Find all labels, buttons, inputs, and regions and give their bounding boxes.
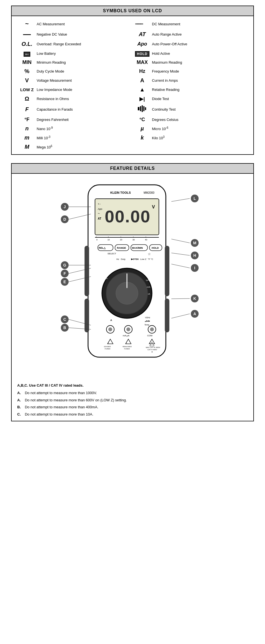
- svg-rect-79: [85, 246, 89, 296]
- label-ol: Overload: Range Exceeded: [37, 42, 132, 46]
- callout-I: I: [191, 264, 199, 272]
- symbol-row-degf: °F Degrees Fahrenheit: [17, 115, 132, 124]
- symbol-omega: Ω: [17, 96, 37, 102]
- symbol-neg: —: [17, 30, 37, 38]
- symbol-row-max: MAX Maximum Reading: [132, 58, 248, 67]
- symbol-row-empty: [132, 142, 248, 151]
- svg-text:10A MAX: 10A MAX: [104, 346, 111, 347]
- svg-text:FUSED: FUSED: [105, 348, 111, 350]
- symbol-row-v: V Voltage Measurement: [17, 76, 132, 85]
- svg-text:▶DTEK: ▶DTEK: [131, 258, 139, 260]
- label-v: Voltage Measurement: [37, 78, 132, 83]
- svg-text:Low Z: Low Z: [140, 258, 146, 260]
- symbol-row-apo: Apo Auto Power-Off Active: [132, 39, 248, 49]
- svg-text:Apo: Apo: [98, 208, 102, 210]
- svg-rect-16: [95, 237, 159, 238]
- symbols-grid: ~ AC Measurement ═══ DC Measurement — Ne…: [12, 16, 253, 154]
- note-a2: A. Do not attempt to measure more than 6…: [17, 397, 248, 403]
- symbol-percent: %: [17, 68, 37, 74]
- svg-rect-2: [142, 105, 143, 112]
- svg-text:VΩHz: VΩHz: [145, 317, 150, 319]
- callout-A: A: [191, 310, 199, 318]
- symbol-row-ol: O.L. Overload: Range Exceeded: [17, 39, 132, 49]
- symbol-mega: M: [17, 144, 37, 150]
- svg-text:RANGE: RANGE: [117, 247, 126, 249]
- symbol-micro: µ: [132, 125, 152, 132]
- svg-point-58: [108, 327, 112, 331]
- symbol-row-mega: M Mega 106: [17, 142, 132, 151]
- svg-text:•µA: •µA: [146, 279, 149, 281]
- label-milli: Milli 10-3: [37, 135, 132, 140]
- label-a: Current in Amps: [152, 78, 248, 83]
- symbol-row-continuity: Continuity Test: [132, 103, 248, 115]
- callout-J: J: [61, 203, 69, 211]
- svg-text:0: 0: [96, 239, 98, 241]
- svg-text:COM: COM: [147, 334, 152, 337]
- svg-text:MAX/MIN: MAX/MIN: [132, 247, 143, 249]
- svg-text:FUSED: FUSED: [124, 348, 130, 350]
- symbol-row-diode: ▶| Diode Test: [132, 94, 248, 103]
- callout-L: L: [191, 195, 199, 202]
- symbol-max: MAX: [132, 59, 152, 65]
- label-ac: AC Measurement: [37, 22, 132, 26]
- symbol-continuity: [132, 105, 152, 114]
- symbol-degc: °C: [132, 117, 152, 123]
- svg-text:Temp: Temp: [144, 324, 149, 326]
- callout-D: D: [61, 215, 69, 223]
- label-relative: Relative Reading: [152, 88, 248, 92]
- svg-text:OFF: OFF: [103, 277, 108, 280]
- svg-text:400mA MAX: 400mA MAX: [122, 346, 132, 347]
- svg-text:AT: AT: [98, 217, 101, 220]
- symbol-degf: °F: [17, 117, 37, 123]
- symbol-apo: Apo: [132, 41, 152, 47]
- meter-diagram: KLEIN TOOLS MM2000 +− Apo ~ AT 00.00 V 0…: [12, 174, 253, 379]
- symbol-row-ac: ~ AC Measurement: [17, 19, 132, 29]
- svg-text:•mA: •mA: [147, 286, 150, 288]
- svg-text:HOLD: HOLD: [152, 247, 159, 249]
- svg-text:◄⎯⎯: ◄⎯⎯: [108, 266, 112, 268]
- symbol-row-dc: ═══ DC Measurement: [132, 19, 248, 29]
- svg-point-62: [150, 327, 154, 331]
- label-f: Capacitance in Farads: [37, 107, 132, 111]
- features-section: FEATURE DETAILS KLEIN TOOLS MM2000 +− Ap…: [11, 163, 254, 421]
- label-hold: Hold Active: [152, 51, 248, 56]
- symbol-row-percent: % Duty Cycle Mode: [17, 67, 132, 76]
- note-b: B. Do not attempt to measure more than 4…: [17, 404, 248, 410]
- symbol-row-neg: — Negative DC Value: [17, 29, 132, 39]
- svg-text:V: V: [152, 205, 155, 209]
- symbol-at: AT: [132, 31, 152, 38]
- symbol-ac: ~: [17, 20, 37, 28]
- notes-section: A,B,C. Use CAT III / CAT IV rated leads.…: [12, 379, 253, 421]
- callout-E: E: [61, 278, 69, 286]
- symbol-row-degc: °C Degrees Celsius: [132, 115, 248, 124]
- callout-F: F: [61, 270, 69, 277]
- svg-text:REL△: REL△: [99, 247, 106, 249]
- label-min: Minimum Reading: [37, 60, 132, 64]
- label-percent: Duty Cycle Mode: [37, 69, 132, 73]
- svg-text:CAT IV 600V: CAT IV 600V: [148, 349, 157, 350]
- symbol-milli: m: [17, 135, 37, 141]
- callout-G: G: [61, 261, 69, 269]
- svg-rect-80: [85, 299, 89, 332]
- symbol-row-min: MIN Minimum Reading: [17, 58, 132, 67]
- label-max: Maximum Reading: [152, 60, 248, 64]
- label-diode: Diode Test: [152, 97, 248, 101]
- svg-text:Duty: Duty: [121, 258, 125, 260]
- symbol-nano: n: [17, 125, 37, 132]
- label-lowz: Low Impedance Mode: [37, 88, 132, 92]
- symbols-title: SYMBOLS USED ON LCD: [12, 6, 253, 16]
- note-a1: A. Do not attempt to measure more than 1…: [17, 390, 248, 396]
- label-micro: Micro 10-6: [152, 126, 248, 131]
- svg-text:mA µA: mA µA: [123, 334, 129, 337]
- svg-rect-81: [165, 246, 169, 296]
- svg-rect-4: [145, 107, 146, 110]
- svg-rect-82: [165, 299, 169, 332]
- symbol-row-milli: m Milli 10-3: [17, 133, 132, 142]
- symbol-battery: +−: [17, 50, 37, 57]
- svg-text:☆: ☆: [148, 252, 151, 256]
- symbol-relative: ▲: [132, 86, 152, 93]
- label-hz: Frequency Mode: [152, 69, 248, 73]
- symbol-hz: Hz: [132, 68, 152, 74]
- symbol-row-f: F Capacitance in Farads: [17, 103, 132, 115]
- symbol-ol: O.L.: [17, 41, 37, 47]
